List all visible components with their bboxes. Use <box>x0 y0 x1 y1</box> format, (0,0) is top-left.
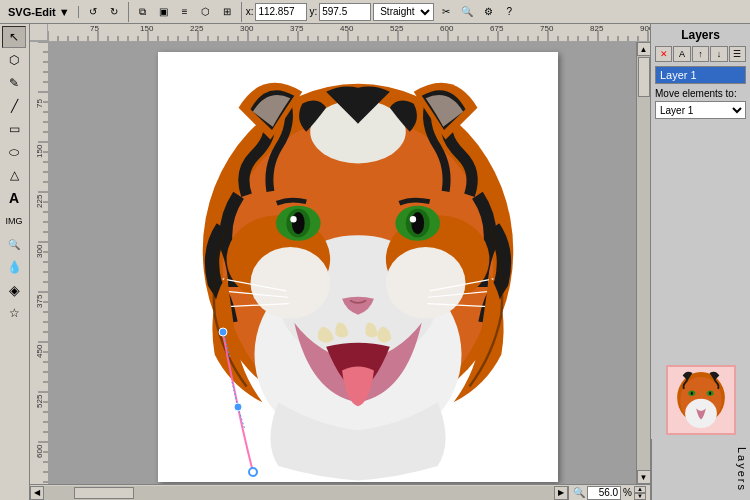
zoom-input[interactable] <box>587 486 621 500</box>
svg-point-35 <box>709 392 711 395</box>
select-tool[interactable]: ↖ <box>2 26 26 48</box>
svg-point-16 <box>410 216 416 222</box>
svg-canvas <box>158 52 558 482</box>
y-input[interactable] <box>319 3 371 21</box>
scrollbar-right: ▲ ▼ <box>636 42 650 484</box>
canvas-scroll[interactable] <box>48 42 636 484</box>
x-label: x: <box>246 6 254 17</box>
scroll-up-button[interactable]: ▲ <box>637 42 651 56</box>
thumbnail <box>666 365 736 435</box>
ellipse-tool[interactable]: ⬭ <box>2 141 26 163</box>
tiger-svg <box>158 52 558 482</box>
path-type-select[interactable]: Straight Curve Smooth <box>373 3 434 21</box>
layers-tab-label[interactable]: Layers <box>651 439 750 500</box>
right-panel: Layers ✕ A ↑ ↓ ☰ Layer 1 Move elements t… <box>650 24 750 500</box>
layers-title: Layers <box>655 28 746 42</box>
y-label: y: <box>309 6 317 17</box>
zoom-button[interactable]: 🔍 <box>457 2 477 22</box>
coords-group: x: y: Straight Curve Smooth <box>246 3 435 21</box>
svg-point-7 <box>251 247 331 319</box>
freehand-tool[interactable]: ✎ <box>2 72 26 94</box>
bottom-bar: ◀ ▶ 🔍 % ▲ ▼ <box>30 484 650 500</box>
layers-toolbar: ✕ A ↑ ↓ ☰ <box>655 46 746 62</box>
move-elements-select[interactable]: Layer 1 <box>655 101 746 119</box>
scroll-h-track[interactable] <box>44 486 554 500</box>
scroll-area: ▲ ▼ <box>30 42 650 484</box>
layer-item[interactable]: Layer 1 <box>655 66 746 84</box>
layer-menu-button[interactable]: ☰ <box>729 46 746 62</box>
layer-up-button[interactable]: ↑ <box>692 46 709 62</box>
zoom-up-button[interactable]: ▲ <box>634 486 646 493</box>
zoom-icon: 🔍 <box>573 487 585 498</box>
zoom-unit: % <box>623 487 632 498</box>
layer-down-button[interactable]: ↓ <box>710 46 727 62</box>
zoom-down-button[interactable]: ▼ <box>634 493 646 500</box>
scroll-h-thumb[interactable] <box>74 487 134 499</box>
toolbar: SVG-Edit ▼ ↺ ↻ ⧉ ▣ ≡ ⬡ ⊞ x: y: Straight … <box>0 0 750 24</box>
scroll-left-button[interactable]: ◀ <box>30 486 44 500</box>
redo-button[interactable]: ↻ <box>104 2 124 22</box>
eyedropper-tool[interactable]: 💧 <box>2 256 26 278</box>
move-elements-label: Move elements to: <box>655 88 746 99</box>
settings-button[interactable]: ⚙ <box>478 2 498 22</box>
clone-button[interactable]: ⧉ <box>133 2 153 22</box>
tools-group: ✂ 🔍 ⚙ ? <box>436 2 523 22</box>
rect-tool[interactable]: ▭ <box>2 118 26 140</box>
edit-group: ⧉ ▣ ≡ ⬡ ⊞ <box>133 2 242 22</box>
svg-point-12 <box>290 216 296 222</box>
group-button[interactable]: ▣ <box>154 2 174 22</box>
x-input[interactable] <box>255 3 307 21</box>
scroll-v-track[interactable] <box>637 56 651 470</box>
text-tool[interactable]: A <box>2 187 26 209</box>
svg-point-8 <box>386 247 466 319</box>
layer-name: Layer 1 <box>660 69 697 81</box>
ruler-top <box>30 24 650 42</box>
polygon-tool[interactable]: △ <box>2 164 26 186</box>
scissors-button[interactable]: ✂ <box>436 2 456 22</box>
help-button[interactable]: ? <box>499 2 519 22</box>
ruler-horizontal <box>48 24 650 41</box>
main-layout: ↖ ⬡ ✎ ╱ ▭ ⬭ △ A IMG 🔍 💧 ◈ ☆ <box>0 24 750 500</box>
ruler-vertical <box>30 42 48 484</box>
scroll-right-button[interactable]: ▶ <box>554 486 568 500</box>
toolbox: ↖ ⬡ ✎ ╱ ▭ ⬭ △ A IMG 🔍 💧 ◈ ☆ <box>0 24 30 500</box>
thumbnail-svg <box>668 367 734 433</box>
undo-button[interactable]: ↺ <box>83 2 103 22</box>
svg-point-33 <box>690 392 692 395</box>
svg-point-15 <box>411 212 424 234</box>
layers-panel: Layers ✕ A ↑ ↓ ☰ Layer 1 Move elements t… <box>651 24 750 361</box>
svg-point-11 <box>292 212 305 234</box>
line-tool[interactable]: ╱ <box>2 95 26 117</box>
paint-bucket-tool[interactable]: ◈ <box>2 279 26 301</box>
canvas-area: ▲ ▼ ◀ ▶ 🔍 % ▲ ▼ <box>30 24 650 500</box>
zoom-area: 🔍 % ▲ ▼ <box>568 486 650 500</box>
scroll-down-button[interactable]: ▼ <box>637 470 651 484</box>
image-tool[interactable]: IMG <box>2 210 26 232</box>
layers-tab-text: Layers <box>736 447 748 492</box>
vertical-ruler-canvas <box>30 42 48 484</box>
ruler-corner <box>30 24 48 41</box>
align-button[interactable]: ≡ <box>175 2 195 22</box>
thumbnail-area <box>651 361 750 439</box>
app-title[interactable]: SVG-Edit ▼ <box>4 6 74 18</box>
node-button[interactable]: ⬡ <box>196 2 216 22</box>
layer-add-button[interactable]: A <box>673 46 690 62</box>
history-group: ↺ ↻ <box>83 2 129 22</box>
node-edit-tool[interactable]: ⬡ <box>2 49 26 71</box>
select-all-button[interactable]: ⊞ <box>217 2 237 22</box>
star-tool[interactable]: ☆ <box>2 302 26 324</box>
app-title-group: SVG-Edit ▼ <box>4 6 79 18</box>
zoom-tool[interactable]: 🔍 <box>2 233 26 255</box>
scroll-v-thumb[interactable] <box>638 57 650 97</box>
horizontal-ruler-canvas <box>48 24 650 41</box>
zoom-spinner: ▲ ▼ <box>634 486 646 500</box>
layer-delete-button[interactable]: ✕ <box>655 46 672 62</box>
